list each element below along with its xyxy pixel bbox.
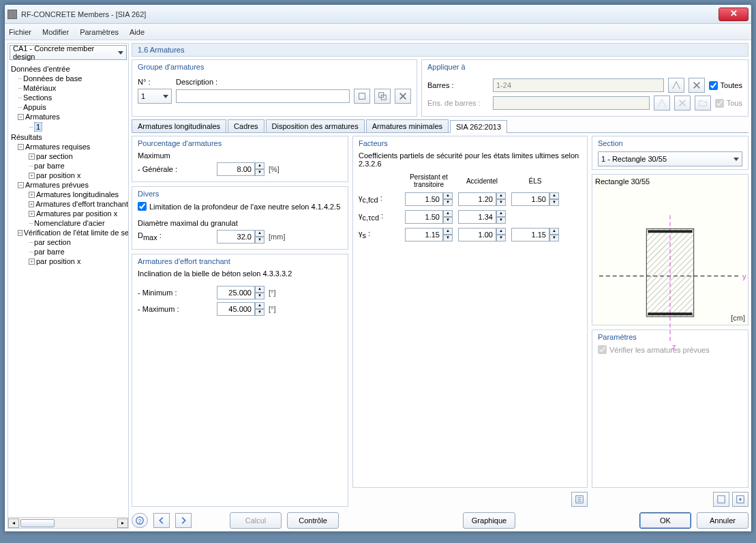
tree-donnees-base[interactable]: ····Données de base	[8, 74, 128, 83]
minus-icon[interactable]: −	[18, 182, 24, 188]
gcfcd-pt-spinner[interactable]: ▲▼	[405, 192, 453, 206]
minus-icon[interactable]: −	[18, 114, 24, 120]
gctcd-acc-spinner[interactable]: ▲▼	[458, 210, 506, 224]
plus-icon[interactable]: +	[29, 173, 35, 179]
tab-minimales[interactable]: Armatures minimales	[366, 119, 449, 132]
folder-ens-button[interactable]	[695, 96, 711, 111]
app-window: RF-CONCRETE Members - [SIA 262] ✕ Fichie…	[4, 4, 752, 532]
tree-verif-section[interactable]: ····par section	[8, 237, 128, 247]
tree-appuis[interactable]: ····Appuis	[8, 102, 128, 112]
gs-els-spinner[interactable]: ▲▼	[511, 228, 559, 241]
tree-verif[interactable]: −Vérification de l'état limite de se	[8, 228, 128, 237]
content: CA1 - Concrete member design Données d'e…	[5, 40, 751, 531]
tree-prev-effort[interactable]: +Armatures d'effort tranchant	[8, 199, 128, 209]
clear-barres-button[interactable]	[689, 78, 705, 93]
case-combo[interactable]: CA1 - Concrete member design	[10, 45, 127, 60]
tree-armatures-1[interactable]: ····1	[8, 121, 128, 132]
plus-icon[interactable]: +	[29, 259, 35, 265]
help-button[interactable]: ?	[132, 513, 148, 528]
tab-disposition[interactable]: Disposition des armatures	[266, 119, 365, 132]
scroll-thumb[interactable]	[20, 519, 55, 527]
tree-materiaux[interactable]: ····Matériaux	[8, 83, 128, 93]
tree-armatures[interactable]: −Armatures	[8, 112, 128, 121]
generale-spinner[interactable]: ▲▼	[217, 162, 264, 176]
gs-acc-spinner[interactable]: ▲▼	[458, 228, 506, 241]
plus-icon[interactable]: +	[29, 153, 35, 160]
tree-resultats[interactable]: Résultats	[8, 132, 128, 142]
next-button[interactable]	[175, 513, 192, 528]
up-icon[interactable]: ▲	[255, 162, 264, 169]
tree-arm-prev[interactable]: −Armatures prévues	[8, 180, 128, 190]
tree-prev-nomen[interactable]: ····Nomenclature d'acier	[8, 218, 128, 228]
tree-req-posx[interactable]: +par position x	[8, 171, 128, 180]
down-icon[interactable]: ▼	[255, 169, 264, 176]
ok-button[interactable]: OK	[639, 512, 691, 529]
delete-group-button[interactable]	[395, 89, 411, 104]
chevron-down-icon	[163, 95, 168, 98]
tree-verif-barre[interactable]: ····par barre	[8, 247, 128, 256]
up-icon[interactable]: ▲	[255, 302, 264, 309]
svg-rect-7	[646, 229, 693, 317]
scroll-left-icon[interactable]: ◂	[8, 518, 19, 528]
tab-longitudinales[interactable]: Armatures longitudinales	[132, 119, 226, 132]
menu-help[interactable]: Aide	[130, 28, 145, 36]
tree-sections[interactable]: ····Sections	[8, 93, 128, 102]
scroll-track[interactable]	[19, 518, 117, 528]
copy-group-button[interactable]	[374, 89, 391, 104]
new-group-button[interactable]	[354, 89, 370, 104]
down-icon[interactable]: ▼	[255, 309, 264, 316]
gs-pt-spinner[interactable]: ▲▼	[405, 228, 453, 241]
calcul-button[interactable]: Calcul	[230, 512, 282, 529]
nav-tree[interactable]: Données d'entrée ····Données de base ···…	[8, 61, 128, 517]
menu-edit[interactable]: Modifier	[42, 28, 69, 36]
minus-icon[interactable]: −	[18, 144, 24, 150]
default-values-button[interactable]	[571, 492, 588, 507]
up-icon[interactable]: ▲	[255, 230, 264, 237]
down-icon[interactable]: ▼	[255, 293, 264, 299]
tree-req-section[interactable]: +par section	[8, 151, 128, 161]
up-icon[interactable]: ▲	[255, 286, 264, 293]
sidebar-hscroll[interactable]: ◂ ▸	[8, 517, 128, 528]
no-label: N° :	[138, 78, 172, 86]
graphique-button[interactable]: Graphique	[463, 512, 515, 529]
tree-prev-long[interactable]: +Armatures longitudinales	[8, 190, 128, 199]
prev-button[interactable]	[153, 513, 170, 528]
diam-label: Diamètre maximal du granulat	[138, 219, 342, 227]
tree-arm-req[interactable]: −Armatures requises	[8, 142, 128, 151]
menu-params[interactable]: Paramètres	[80, 28, 119, 36]
desc-input[interactable]	[176, 89, 350, 103]
tree-prev-posx[interactable]: +Armatures par position x	[8, 209, 128, 218]
dmax-spinner[interactable]: ▲▼	[217, 230, 264, 244]
plus-icon[interactable]: +	[29, 192, 35, 198]
gcfcd-els-spinner[interactable]: ▲▼	[511, 192, 559, 206]
effort-min-spinner[interactable]: ▲▼	[217, 286, 264, 299]
pick-barres-button[interactable]	[668, 78, 684, 93]
clear-ens-button[interactable]	[674, 96, 691, 111]
no-combo[interactable]: 1	[138, 89, 172, 104]
tous-checkbox[interactable]: Tous	[715, 99, 742, 108]
close-button[interactable]: ✕	[719, 8, 749, 21]
toutes-checkbox[interactable]: Toutes	[709, 81, 742, 90]
tree-verif-posx[interactable]: +par position x	[8, 256, 128, 266]
col-accidentel: Accidentel	[458, 177, 506, 185]
effort-max-spinner[interactable]: ▲▼	[217, 302, 264, 316]
plus-icon[interactable]: +	[29, 211, 35, 217]
controle-button[interactable]: Contrôle	[287, 512, 339, 529]
pick-ens-button[interactable]	[654, 96, 670, 111]
tree-donnees-entree[interactable]: Données d'entrée	[8, 64, 128, 74]
section-info-button[interactable]	[713, 492, 729, 507]
tree-req-barre[interactable]: ····par barre	[8, 161, 128, 171]
gctcd-pt-spinner[interactable]: ▲▼	[405, 210, 453, 224]
tab-cadres[interactable]: Cadres	[228, 119, 264, 132]
section-edit-button[interactable]	[732, 492, 749, 507]
plus-icon[interactable]: +	[29, 201, 34, 207]
tab-sia262[interactable]: SIA 262:2013	[450, 120, 507, 133]
gcfcd-acc-spinner[interactable]: ▲▼	[458, 192, 506, 206]
section-combo[interactable]: 1 - Rectangle 30/55	[598, 151, 742, 166]
down-icon[interactable]: ▼	[255, 237, 264, 244]
annuler-button[interactable]: Annuler	[697, 512, 749, 529]
menu-file[interactable]: Fichier	[9, 28, 31, 36]
minus-icon[interactable]: −	[18, 230, 22, 236]
scroll-right-icon[interactable]: ▸	[117, 518, 128, 528]
limit-checkbox[interactable]: Limitation de la profondeur de l'axe neu…	[138, 202, 340, 211]
